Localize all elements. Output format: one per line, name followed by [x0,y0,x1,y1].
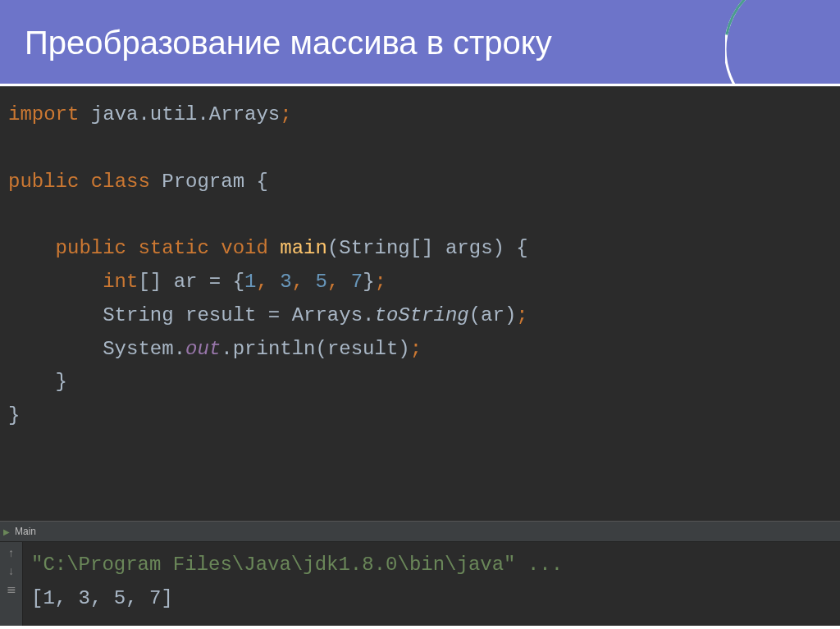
paren-close: ) [398,338,409,360]
header-decor-arc [725,0,840,86]
keyword-import: import [8,103,79,125]
open-brace: { [256,171,267,193]
keyword-static: static [126,237,209,259]
run-tab-bar: ▶ Main [0,521,840,542]
array-open: { [233,271,244,293]
number-literal: 3 [280,271,291,293]
svg-point-1 [725,0,840,86]
slide-title: Преобразование массива в строку [0,0,840,62]
run-tab-label[interactable]: Main [15,526,36,537]
class-name: Program [150,171,257,193]
param-args: args [445,237,493,259]
console-gutter: ↑ ↓ ≣ [0,542,23,626]
method-println: .println [221,338,315,360]
console-line-2: [1, 3, 5, 7] [31,587,173,609]
keyword-class: class [79,171,149,193]
play-icon: ▶ [3,527,10,536]
close-brace: } [56,371,67,393]
comma: , [327,271,351,293]
system-class: System. [103,338,185,360]
arrow-down-icon[interactable]: ↓ [8,565,14,577]
close-brace: } [8,404,20,426]
svg-point-0 [725,0,840,86]
var-ar: ar = [174,271,233,293]
console-panel: ↑ ↓ ≣ "C:\Program Files\Java\jdk1.8.0\bi… [0,542,840,626]
code-editor: import java.util.Arrays; public class Pr… [0,86,840,521]
array-brackets: [] [138,271,173,293]
semicolon: ; [516,304,527,326]
number-literal: 1 [244,271,256,293]
keyword-public: public [8,171,79,193]
semicolon: ; [280,103,291,125]
method-tostring: toString [374,304,468,326]
paren-open: ( [469,304,481,326]
arrow-up-icon[interactable]: ↑ [8,547,14,558]
array-brackets: [] [410,237,445,259]
number-literal: 5 [316,271,327,293]
semicolon: ; [410,338,422,360]
open-brace: { [516,237,527,259]
number-literal: 7 [351,271,363,293]
string-result-decl: String result = Arrays. [103,304,374,326]
comma: , [292,271,316,293]
console-output: "C:\Program Files\Java\jdk1.8.0\bin\java… [23,542,840,626]
type-string: String [339,237,409,259]
array-close: } [363,271,374,293]
slide-header: Преобразование массива в строку [0,0,840,86]
paren-close: ) [493,237,517,259]
wrap-icon[interactable]: ≣ [7,583,16,595]
method-main: main [268,237,327,259]
paren-open: ( [315,338,326,360]
semicolon: ; [375,271,386,293]
keyword-public: public [56,237,126,259]
arg-result: result [327,338,398,360]
comma: , [256,271,280,293]
import-package: java.util.Arrays [79,103,280,125]
console-line-1: "C:\Program Files\Java\jdk1.8.0\bin\java… [31,554,563,576]
arg-ar: ar [481,304,504,326]
paren-close: ) [504,304,516,326]
paren-open: ( [327,237,339,259]
keyword-int: int [103,271,138,293]
field-out: out [185,338,221,360]
keyword-void: void [209,237,268,259]
